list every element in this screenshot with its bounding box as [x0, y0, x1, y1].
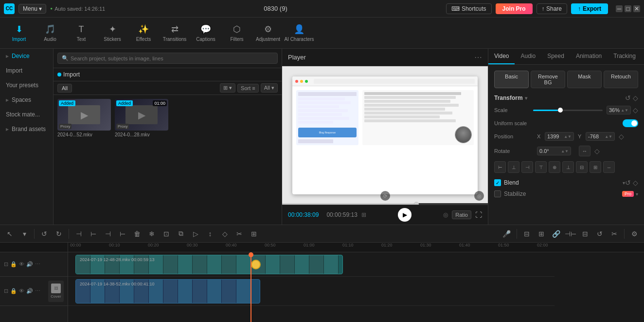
search-input[interactable]: [71, 56, 273, 61]
main-track-button[interactable]: ⊟: [521, 228, 533, 240]
distribute-h-button[interactable]: ⊟: [576, 161, 588, 173]
blend-reset-button[interactable]: ↺: [625, 179, 631, 187]
rotate-input[interactable]: 0.0° ▲▼: [537, 147, 571, 155]
delete-segment-button[interactable]: ✂: [608, 228, 620, 240]
uniform-scale-toggle[interactable]: [623, 119, 638, 127]
retouch-button[interactable]: Retouch: [604, 71, 638, 88]
scale-spinner[interactable]: ▲▼: [621, 108, 628, 113]
tool-effects[interactable]: ✨ Effects: [128, 19, 159, 47]
clip-playhead-handle[interactable]: [251, 255, 261, 274]
undo-button[interactable]: ↺: [38, 228, 50, 240]
tool-audio[interactable]: 🎵 Audio: [35, 19, 65, 47]
filter-button[interactable]: All ▾: [261, 83, 278, 93]
tool-ai-characters[interactable]: 👤 AI Characters: [284, 19, 314, 47]
caption-button[interactable]: ⊟: [579, 228, 591, 240]
tab-more[interactable]: Adj≫: [642, 49, 644, 64]
minimize-button[interactable]: ─: [616, 5, 623, 12]
sidebar-item-presets[interactable]: Your presets: [0, 78, 53, 93]
tool-stickers[interactable]: ✦ Stickers: [97, 19, 127, 47]
tab-animation[interactable]: Animation: [570, 49, 608, 64]
rotate-flip-button[interactable]: ↔: [579, 146, 590, 156]
basic-mode-button[interactable]: Basic: [494, 71, 529, 88]
track-visibility-icon[interactable]: ⊡: [4, 261, 8, 267]
clip-2[interactable]: 2024-07-19 14-38-52.mkv 00:00:41:10: [75, 279, 260, 303]
tool-transitions[interactable]: ⇄ Transitions: [160, 19, 190, 47]
keyframe-button[interactable]: ◇: [219, 228, 231, 240]
mask-button[interactable]: Mask: [567, 71, 602, 88]
sidebar-item-spaces[interactable]: ▶ Spaces: [0, 93, 53, 107]
position-keyframe-button[interactable]: ◇: [619, 133, 624, 140]
ratio-button[interactable]: Ratio: [452, 210, 471, 219]
play-marker-button[interactable]: ▷: [190, 228, 201, 240]
close-button[interactable]: ✕: [633, 5, 640, 12]
tool-text[interactable]: T Text: [66, 19, 96, 47]
track-more-icon[interactable]: ⋯: [35, 261, 40, 267]
align-center-h-button[interactable]: ⊥: [508, 161, 519, 173]
overlay-button[interactable]: ⊞: [536, 228, 547, 240]
tool-filters[interactable]: ⬡ Filters: [222, 19, 252, 47]
list-item[interactable]: ▶ Added Proxy 2024-0...52.mkv: [57, 99, 111, 221]
delete-button[interactable]: 🗑: [131, 228, 143, 240]
sidebar-item-device[interactable]: ▶ Device: [0, 49, 53, 63]
export-button[interactable]: ↑ Export: [571, 3, 608, 14]
blend-checkbox[interactable]: ✓: [494, 179, 501, 186]
rotate-spinner[interactable]: ▲▼: [561, 149, 569, 153]
tab-audio[interactable]: Audio: [515, 49, 541, 64]
blend-keyframe-button[interactable]: ◇: [633, 179, 638, 187]
timeline-settings-button[interactable]: ⚙: [628, 228, 640, 240]
position-x-input[interactable]: 1399 ▲▼: [545, 132, 574, 141]
align-right-button[interactable]: ⊣: [521, 161, 533, 173]
split-start-button[interactable]: ⊣: [73, 228, 85, 240]
tab-video[interactable]: Video: [488, 49, 515, 64]
distribute-v-button[interactable]: ⊞: [590, 161, 601, 173]
fullscreen-button[interactable]: ⛶: [475, 211, 482, 219]
remove-bg-button[interactable]: Remove BG: [531, 71, 565, 88]
track-eye-icon[interactable]: 👁: [19, 261, 24, 267]
redo-button[interactable]: ↻: [53, 228, 65, 240]
align-bottom-button[interactable]: ⊥: [562, 161, 574, 173]
track2-visibility-icon[interactable]: ⊡: [4, 288, 8, 294]
trim-start-button[interactable]: ⊣: [102, 228, 114, 240]
tool-captions[interactable]: 💬 Captions: [191, 19, 221, 47]
grid-view-button[interactable]: ⊞ ▾: [220, 83, 235, 93]
track2-audio-icon[interactable]: 🔊: [26, 288, 33, 294]
sidebar-item-import[interactable]: Import: [0, 63, 53, 78]
transform-reset-button[interactable]: ↺: [625, 94, 631, 102]
tool-adjustment[interactable]: ⚙ Adjustment: [253, 19, 283, 47]
list-item[interactable]: ▶ Added 01:00 Proxy 2024-0...28.mkv: [115, 99, 168, 221]
adjust-button[interactable]: ↕: [204, 228, 216, 240]
rotate-keyframe-button[interactable]: ◇: [594, 147, 600, 155]
y-spinner[interactable]: ▲▼: [605, 134, 612, 139]
align-top-button[interactable]: ⊤: [535, 161, 547, 173]
sidebar-item-brand[interactable]: ▶ Brand assets: [0, 122, 53, 136]
scale-slider[interactable]: [533, 110, 603, 111]
link-button[interactable]: 🔗: [550, 228, 562, 240]
trim-end-button[interactable]: ⊢: [117, 228, 128, 240]
menu-button[interactable]: Menu ▾: [18, 4, 46, 14]
maximize-button[interactable]: □: [625, 5, 631, 12]
track2-lock-icon[interactable]: 🔒: [10, 288, 17, 294]
flip-h-button[interactable]: ↔: [603, 161, 615, 173]
detach-button[interactable]: ⊡: [161, 228, 172, 240]
merge-button[interactable]: ⊞: [248, 228, 260, 240]
tab-tracking[interactable]: Tracking: [608, 49, 642, 64]
share-button[interactable]: ↑ Share: [537, 3, 567, 14]
trim-button[interactable]: ✂: [233, 228, 245, 240]
track-lock-icon[interactable]: 🔒: [10, 261, 17, 267]
sticker-button[interactable]: ↺: [594, 228, 606, 240]
select-tool[interactable]: ↖: [4, 228, 16, 240]
sidebar-item-stock[interactable]: Stock mate...: [0, 107, 53, 122]
track2-more-icon[interactable]: ⋯: [35, 288, 40, 294]
cover-thumbnail[interactable]: 🖼 Cover: [48, 281, 64, 302]
scale-keyframe-button[interactable]: ◇: [633, 106, 638, 114]
track2-eye-icon[interactable]: 👁: [19, 288, 24, 294]
tab-speed[interactable]: Speed: [541, 49, 570, 64]
shortcuts-button[interactable]: ⌨ Shortcuts: [446, 3, 492, 14]
duplicate-button[interactable]: ⧉: [175, 228, 187, 240]
align-left-button[interactable]: ⊢: [494, 161, 506, 173]
join-pro-button[interactable]: Join Pro: [496, 3, 533, 14]
clip-1[interactable]: 2024-07-19 12-48-28.mkv 00:00:59:13: [75, 255, 343, 274]
stabilize-checkbox[interactable]: [494, 190, 501, 197]
all-filter-button[interactable]: All: [57, 84, 72, 93]
position-y-input[interactable]: -768 ▲▼: [586, 132, 615, 141]
